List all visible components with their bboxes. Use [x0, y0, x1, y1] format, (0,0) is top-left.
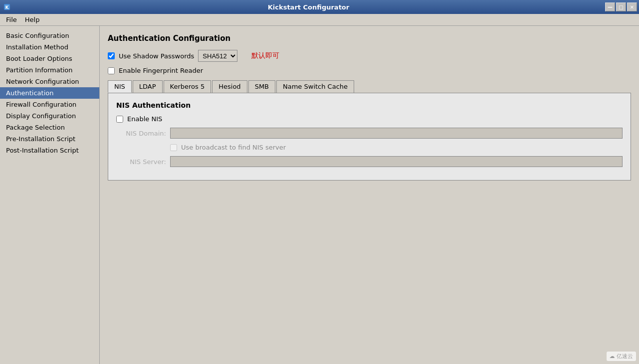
sidebar: Basic Configuration Installation Method …: [0, 26, 100, 364]
menu-help[interactable]: Help: [21, 15, 44, 24]
svg-text:K: K: [5, 5, 9, 10]
use-broadcast-label: Use broadcast to find NIS server: [181, 144, 286, 151]
tab-ldap[interactable]: LDAP: [133, 80, 163, 93]
fingerprint-row: Enable Fingerprint Reader: [108, 67, 631, 74]
use-broadcast-checkbox[interactable]: [170, 144, 177, 151]
sidebar-item-boot-loader-options[interactable]: Boot Loader Options: [0, 53, 99, 64]
watermark: ☁ 亿速云: [607, 352, 637, 361]
watermark-icon: ☁: [610, 353, 615, 360]
nis-tab-panel: NIS Authentication Enable NIS NIS Domain…: [108, 93, 631, 181]
nis-server-input[interactable]: [170, 156, 623, 167]
content-area: Authentication Configuration Use Shadow …: [100, 26, 639, 364]
nis-domain-label: NIS Domain:: [116, 130, 166, 137]
main-container: Basic Configuration Installation Method …: [0, 26, 639, 364]
nis-section-title: NIS Authentication: [116, 101, 623, 109]
tabs-row: NIS LDAP Kerberos 5 Hesiod SMB Name Swit…: [108, 80, 631, 93]
shadow-passwords-row: Use Shadow Passwords SHA512 SHA256 MD5 D…: [108, 50, 631, 62]
nis-server-label: NIS Server:: [116, 158, 166, 166]
sidebar-item-post-installation-script[interactable]: Post-Installation Script: [0, 145, 99, 156]
tab-smb[interactable]: SMB: [248, 80, 275, 93]
sidebar-item-firewall-configuration[interactable]: Firewall Configuration: [0, 99, 99, 110]
sidebar-item-display-configuration[interactable]: Display Configuration: [0, 110, 99, 122]
minimize-button[interactable]: —: [605, 2, 615, 11]
tabs-container: NIS LDAP Kerberos 5 Hesiod SMB Name Swit…: [108, 80, 631, 181]
nis-domain-row: NIS Domain:: [116, 128, 623, 139]
nis-domain-input[interactable]: [170, 128, 623, 139]
tab-name-switch-cache[interactable]: Name Switch Cache: [276, 80, 354, 93]
app-icon: K: [2, 2, 12, 12]
tab-nis[interactable]: NIS: [108, 80, 132, 93]
window-controls: — □ ✕: [605, 2, 637, 11]
shadow-passwords-checkbox[interactable]: [108, 52, 115, 59]
sha-select[interactable]: SHA512 SHA256 MD5 DES: [198, 50, 237, 62]
sidebar-item-package-selection[interactable]: Package Selection: [0, 122, 99, 133]
maximize-button[interactable]: □: [616, 2, 626, 11]
sidebar-item-installation-method[interactable]: Installation Method: [0, 41, 99, 53]
nis-server-row: NIS Server:: [116, 156, 623, 167]
menubar: File Help: [0, 14, 639, 26]
window-title: Kickstart Configurator: [12, 3, 605, 11]
sidebar-item-network-configuration[interactable]: Network Configuration: [0, 76, 99, 87]
enable-nis-row: Enable NIS: [116, 115, 623, 123]
close-button[interactable]: ✕: [627, 2, 637, 11]
titlebar: K Kickstart Configurator — □ ✕: [0, 0, 639, 14]
enable-nis-checkbox[interactable]: [116, 116, 123, 123]
shadow-passwords-label: Use Shadow Passwords: [119, 52, 194, 60]
sidebar-item-authentication[interactable]: Authentication: [0, 87, 99, 99]
menu-file[interactable]: File: [2, 15, 21, 24]
sidebar-item-basic-configuration[interactable]: Basic Configuration: [0, 30, 99, 41]
section-title: Authentication Configuration: [108, 34, 631, 43]
hint-text: 默认即可: [251, 51, 279, 60]
tab-hesiod[interactable]: Hesiod: [212, 80, 247, 93]
sidebar-item-pre-installation-script[interactable]: Pre-Installation Script: [0, 133, 99, 145]
use-broadcast-row: Use broadcast to find NIS server: [116, 144, 623, 151]
tab-kerberos5[interactable]: Kerberos 5: [164, 80, 212, 93]
fingerprint-checkbox[interactable]: [108, 67, 115, 74]
fingerprint-label: Enable Fingerprint Reader: [119, 67, 203, 74]
enable-nis-label: Enable NIS: [127, 115, 162, 123]
sidebar-item-partition-information[interactable]: Partition Information: [0, 64, 99, 76]
